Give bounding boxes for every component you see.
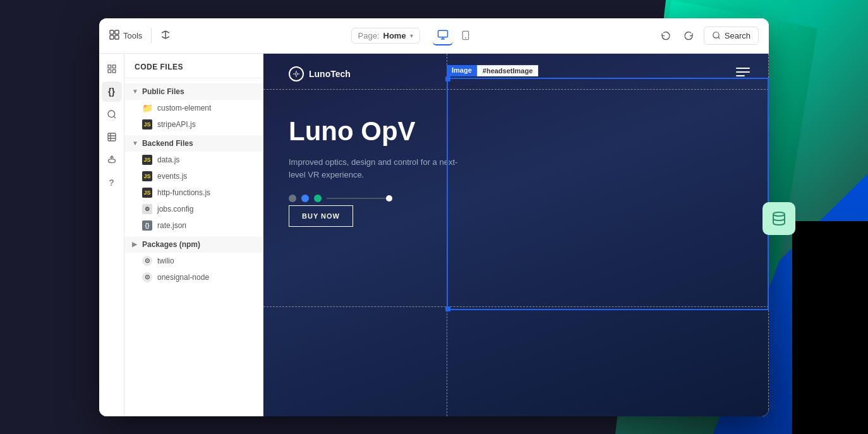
tools-section: Tools [109,28,171,43]
site-logo: LunoTech [289,66,351,81]
js-icon: JS [142,119,152,130]
hamburger-line-1 [736,68,750,69]
file-panel-title: CODE FILES [135,63,183,71]
bg-black-right [792,221,868,434]
logo-icon [292,70,300,78]
file-custom-element-name: custom-element [157,104,211,112]
canvas-area[interactable]: LunoTech Luno OpV Improved optics, desig… [263,54,769,416]
tools-label[interactable]: Tools [123,31,142,40]
file-panel: CODE FILES ▼ Public Files 📁 custom-eleme… [124,54,263,416]
file-data[interactable]: JS data.js [124,152,263,168]
pkg-icon: ⊙ [142,272,152,282]
file-http-functions[interactable]: JS http-functions.js [124,184,263,201]
toolbar-divider-1 [151,28,152,43]
sidebar-help-button[interactable]: ? [102,172,122,193]
section-backend-label: Backend Files [142,139,193,148]
hamburger-line-2 [736,71,750,73]
chevron-packages-icon: ▶ [132,241,137,248]
svg-rect-4 [115,35,119,39]
search-sidebar-icon [107,109,117,119]
db-icon-bubble [763,202,795,235]
json-icon: {} [142,220,152,231]
section-backend-header[interactable]: ▼ Backend Files [124,135,263,152]
toolbar: Tools Page: Home ▾ [99,18,769,54]
desktop-icon [437,29,449,40]
file-twilio[interactable]: ⊙ twilio [124,253,263,269]
svg-rect-12 [108,65,111,68]
file-onesignal[interactable]: ⊙ onesignal-node [124,269,263,286]
file-jobs-config-name: jobs.config [157,205,193,214]
sidebar-paint-button[interactable] [102,150,122,170]
file-http-functions-name: http-functions.js [157,188,210,197]
svg-point-0 [773,212,785,216]
search-button[interactable]: Search [704,27,759,45]
sidebar-code-button[interactable]: {} [102,81,122,102]
site-preview: LunoTech Luno OpV Improved optics, desig… [263,54,769,416]
page-selector[interactable]: Page: Home ▾ [351,28,420,44]
section-public: ▼ Public Files 📁 custom-element JS strip… [124,83,263,133]
collapse-icon[interactable] [160,30,171,42]
sidebar-pages-button[interactable] [102,59,122,79]
guide-line-h2 [263,306,769,307]
file-jobs-config[interactable]: ⚙ jobs.config [124,201,263,217]
selection-label: Image #headsetImage [447,65,538,76]
help-icon: ? [109,178,114,188]
config-icon: ⚙ [142,204,152,214]
paint-sidebar-icon [107,155,117,165]
js-icon: JS [142,155,152,165]
sidebar-icons: {} [99,54,124,416]
logo-circle [289,66,304,81]
site-logo-text: LunoTech [309,69,351,79]
desktop-device-button[interactable] [433,25,453,45]
section-backend: ▼ Backend Files JS data.js JS events.js … [124,135,263,234]
mobile-icon [461,30,471,41]
hero-title: Luno OpV [289,117,466,146]
chevron-backend-icon: ▼ [132,140,138,147]
file-stripeapi-name: stripeAPI.js [157,120,196,129]
undo-redo-group [656,25,699,45]
svg-rect-3 [110,35,114,39]
device-icons [433,25,476,45]
dot-2 [301,195,309,202]
svg-rect-6 [438,30,447,37]
section-packages: ▶ Packages (npm) ⊙ twilio ⊙ onesignal-no… [124,236,263,286]
file-rate-json[interactable]: {} rate.json [124,217,263,234]
file-events-name: events.js [157,172,187,181]
sidebar-search-button[interactable] [102,104,122,124]
js-icon: JS [142,171,152,181]
undo-button[interactable] [656,25,676,45]
file-tree: ▼ Public Files 📁 custom-element JS strip… [124,78,263,416]
search-icon [712,31,721,40]
redo-button[interactable] [678,25,699,45]
hero-dots [289,195,466,202]
file-panel-header: CODE FILES [124,54,263,78]
mobile-device-button[interactable] [455,25,476,45]
pages-icon [107,64,117,74]
selection-box: Image #headsetImage [447,78,769,310]
file-custom-element[interactable]: 📁 custom-element [124,100,263,116]
selection-tag-image[interactable]: Image [447,65,477,76]
selection-tag-id[interactable]: #headsetImage [477,65,538,76]
file-events[interactable]: JS events.js [124,168,263,184]
hamburger-line-3 [736,75,745,76]
sidebar-database-button[interactable] [102,127,122,147]
file-stripeapi[interactable]: JS stripeAPI.js [124,116,263,133]
code-icon: {} [108,87,115,97]
buy-now-button[interactable]: BUY NOW [289,205,353,227]
section-public-header[interactable]: ▼ Public Files [124,83,263,100]
chevron-down-icon: ▾ [410,32,413,39]
site-hamburger [736,68,750,76]
page-prefix: Page: [358,31,380,40]
pkg-icon: ⊙ [142,256,152,266]
section-public-label: Public Files [142,87,184,96]
section-packages-header[interactable]: ▶ Packages (npm) [124,236,263,253]
main-content: {} [99,54,769,416]
page-name: Home [383,31,406,40]
svg-rect-13 [112,65,116,68]
guide-line-h1 [263,89,769,90]
section-packages-label: Packages (npm) [142,240,200,249]
redo-icon [684,30,694,40]
svg-point-11 [713,32,719,38]
file-rate-json-name: rate.json [157,221,186,230]
slider-handle [386,195,392,202]
